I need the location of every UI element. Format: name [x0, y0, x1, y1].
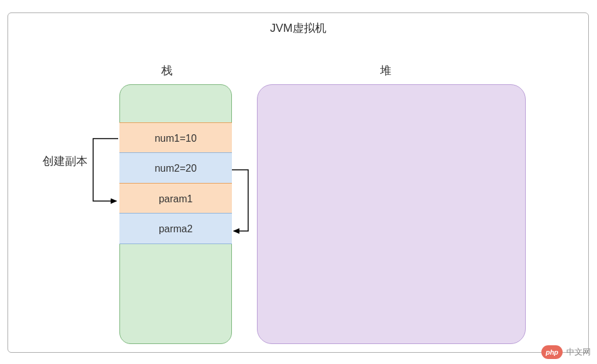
stack-cell: parma2 [119, 213, 232, 244]
stack-label: 栈 [161, 63, 173, 78]
stack-cell: num1=10 [119, 122, 232, 154]
watermark-logo-icon: php [541, 345, 563, 359]
stack-box: num1=10num2=20param1parma2 [119, 84, 232, 344]
stack-cell: param1 [119, 183, 232, 214]
stack-cell: num2=20 [119, 152, 232, 184]
copy-label: 创建副本 [43, 154, 88, 169]
heap-label: 堆 [380, 63, 391, 78]
jvm-container: JVM虚拟机 栈 堆 创建副本 num1=10num2=20param1parm… [8, 12, 589, 353]
jvm-title: JVM虚拟机 [8, 21, 588, 36]
watermark: php 中文网 [541, 345, 591, 359]
watermark-text: 中文网 [566, 347, 591, 358]
stack-cells: num1=10num2=20param1parma2 [119, 123, 232, 244]
heap-box [257, 84, 526, 344]
